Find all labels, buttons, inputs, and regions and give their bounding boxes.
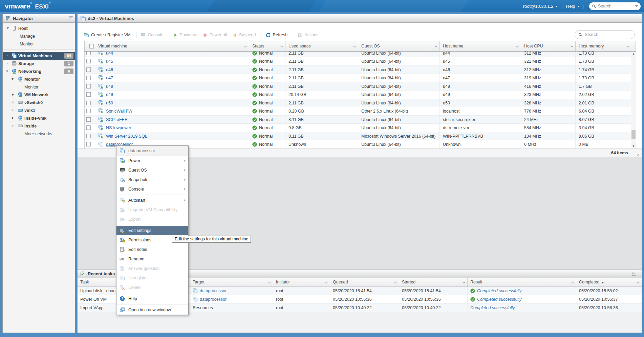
- chevron-down-icon[interactable]: [6, 71, 8, 72]
- vm-name-link[interactable]: SCP_xFER: [106, 117, 128, 122]
- column-header-host-cpu[interactable]: Host CPU: [521, 41, 576, 51]
- scroll-up-icon[interactable]: ▲: [631, 52, 636, 57]
- sidebar-item-storage[interactable]: Storage 1: [3, 60, 75, 67]
- chevron-down-icon[interactable]: [280, 45, 283, 47]
- resize-grip-icon[interactable]: [636, 152, 640, 156]
- sidebar-item-vswitch0[interactable]: vSwitch0: [3, 99, 75, 106]
- column-header-started[interactable]: Started: [399, 278, 468, 286]
- sidebar-item-inside-vmk[interactable]: Inside-vmk: [3, 114, 75, 122]
- console-button[interactable]: Console: [141, 32, 164, 38]
- sidebar-item-net-monitor[interactable]: Monitor: [3, 75, 75, 83]
- sidebar-item-host[interactable]: Host: [3, 24, 75, 32]
- row-checkbox-cell[interactable]: [85, 91, 95, 99]
- select-all-checkbox-cell[interactable]: [85, 41, 95, 51]
- sidebar-item-net-monitor-sub[interactable]: Monitor: [3, 83, 75, 91]
- row-checkbox-cell[interactable]: [85, 82, 95, 91]
- chevron-right-icon[interactable]: [12, 101, 14, 103]
- vm-name-link[interactable]: u44: [106, 52, 113, 56]
- menu-item-edit-notes[interactable]: Edit notes: [116, 245, 188, 254]
- power-on-button[interactable]: Power on: [173, 33, 198, 37]
- row-checkbox-cell[interactable]: [85, 124, 95, 132]
- table-row-partial[interactable]: u44 Normal 2.11 GB Ubuntu Linux (64-bit)…: [85, 52, 631, 57]
- chevron-down-icon[interactable]: [516, 45, 519, 47]
- table-row[interactable]: u46 Normal 2.11 GB Ubuntu Linux (64-bit)…: [85, 66, 631, 74]
- chevron-right-icon[interactable]: [7, 55, 8, 57]
- sidebar-item-networking[interactable]: Networking 6: [3, 67, 75, 75]
- column-header-initiator[interactable]: Initiator: [273, 278, 330, 286]
- chevron-down-icon[interactable]: [325, 281, 328, 283]
- menu-item-rename[interactable]: Rename: [116, 254, 188, 264]
- vm-name-link[interactable]: u48: [106, 84, 113, 89]
- sidebar-item-virtual-machines[interactable]: Virtual Machines 64: [3, 52, 75, 60]
- panel-collapse-icon[interactable]: [69, 16, 73, 20]
- sidebar-item-inside[interactable]: Inside: [3, 122, 75, 130]
- vm-name-link[interactable]: u47: [106, 76, 113, 80]
- table-row[interactable]: SonicWall FW Normal 8.28 GB Other 2.6.x …: [85, 107, 631, 116]
- vm-name-link[interactable]: u45: [106, 59, 113, 64]
- column-header-virtual-machine[interactable]: Virtual machine: [95, 41, 249, 51]
- panel-maximize-icon[interactable]: [632, 272, 636, 276]
- row-checkbox-cell[interactable]: [85, 99, 95, 107]
- chevron-down-icon[interactable]: [244, 45, 247, 47]
- table-row[interactable]: u45 Normal 2.11 GB Ubuntu Linux (64-bit)…: [85, 57, 631, 66]
- vm-list-search-input[interactable]: [585, 32, 631, 37]
- row-checkbox-cell[interactable]: [85, 66, 95, 74]
- chevron-down-icon[interactable]: [462, 281, 466, 283]
- menu-item-guest-os[interactable]: Guest OS: [116, 165, 188, 175]
- table-row[interactable]: u47 Normal 2.11 GB Ubuntu Linux (64-bit)…: [85, 74, 631, 82]
- vm-name-link[interactable]: u46: [106, 67, 113, 72]
- chevron-right-icon[interactable]: [12, 117, 14, 119]
- menu-item-edit-settings[interactable]: Edit settings: [116, 226, 188, 235]
- menu-item-snapshots[interactable]: Snapshots: [116, 175, 188, 184]
- row-checkbox-cell[interactable]: [85, 132, 95, 140]
- chevron-down-icon[interactable]: [570, 45, 574, 47]
- row-checkbox-cell[interactable]: [85, 116, 95, 124]
- help-menu[interactable]: Help: [566, 4, 580, 9]
- chevron-down-icon[interactable]: [637, 281, 640, 283]
- row-checkbox-cell[interactable]: [85, 140, 95, 148]
- create-register-vm-button[interactable]: Create / Register VM: [84, 32, 131, 38]
- chevron-down-icon[interactable]: [268, 281, 271, 283]
- vm-list-search[interactable]: [575, 30, 635, 39]
- menu-item-autostart[interactable]: Autostart: [116, 196, 188, 205]
- column-header-status[interactable]: Status: [249, 41, 285, 51]
- chevron-down-icon[interactable]: [7, 27, 9, 29]
- suspend-button[interactable]: Suspend: [233, 33, 256, 37]
- global-search-input[interactable]: [598, 4, 633, 8]
- sidebar-item-monitor[interactable]: Monitor: [3, 40, 75, 48]
- table-row[interactable]: Win Server 2019 SQL Normal 8.11 GB Micro…: [85, 132, 631, 141]
- chevron-down-icon[interactable]: [434, 45, 438, 47]
- column-header-guest-os[interactable]: Guest OS: [358, 41, 440, 51]
- vm-name-link[interactable]: u49: [106, 92, 113, 97]
- table-row[interactable]: NS-lowpower Normal 9.8 GB Ubuntu Linux (…: [85, 124, 631, 132]
- menu-item-power[interactable]: Power: [116, 156, 188, 165]
- table-row[interactable]: u50 Normal 2.11 GB Ubuntu Linux (64-bit)…: [85, 99, 631, 107]
- column-header-completed[interactable]: Completed: [576, 278, 642, 286]
- refresh-button[interactable]: Refresh: [265, 33, 287, 38]
- chevron-down-icon[interactable]: [394, 281, 397, 283]
- vm-name-link[interactable]: NS-lowpower: [106, 125, 131, 130]
- chevron-down-icon[interactable]: [12, 78, 14, 80]
- menu-item-console[interactable]: Console: [116, 184, 188, 194]
- chevron-down-icon[interactable]: [353, 45, 356, 47]
- column-header-used-space[interactable]: Used space: [285, 41, 358, 51]
- row-checkbox-cell[interactable]: [85, 74, 95, 82]
- column-header-target[interactable]: Target: [190, 278, 273, 286]
- table-row[interactable]: SCP_xFER Normal 8.11 GB Ubuntu Linux (64…: [85, 116, 631, 124]
- column-header-result[interactable]: Result: [468, 278, 576, 286]
- chevron-right-icon[interactable]: [12, 94, 14, 96]
- chevron-right-icon[interactable]: [12, 109, 14, 111]
- menu-item-help[interactable]: Help: [116, 294, 188, 303]
- row-checkbox-cell[interactable]: [85, 57, 95, 65]
- sidebar-item-more-networks[interactable]: More networks...: [3, 130, 75, 138]
- vm-name-link[interactable]: Win Server 2019 SQL: [106, 134, 147, 139]
- user-menu[interactable]: root@10.30.1.2: [523, 4, 558, 9]
- sidebar-item-vmk1[interactable]: vmk1: [3, 106, 75, 114]
- vm-name-link[interactable]: SonicWall FW: [106, 109, 132, 114]
- chevron-right-icon[interactable]: [7, 62, 8, 64]
- sidebar-item-vm-network[interactable]: VM Network: [3, 91, 75, 99]
- column-header-queued[interactable]: Queued: [330, 278, 399, 286]
- table-row[interactable]: u49 Normal 20.14 GB Ubuntu Linux (64-bit…: [85, 91, 631, 99]
- vertical-scrollbar[interactable]: ▲ ▼: [631, 52, 636, 149]
- column-header-host-name[interactable]: Host name: [440, 41, 521, 51]
